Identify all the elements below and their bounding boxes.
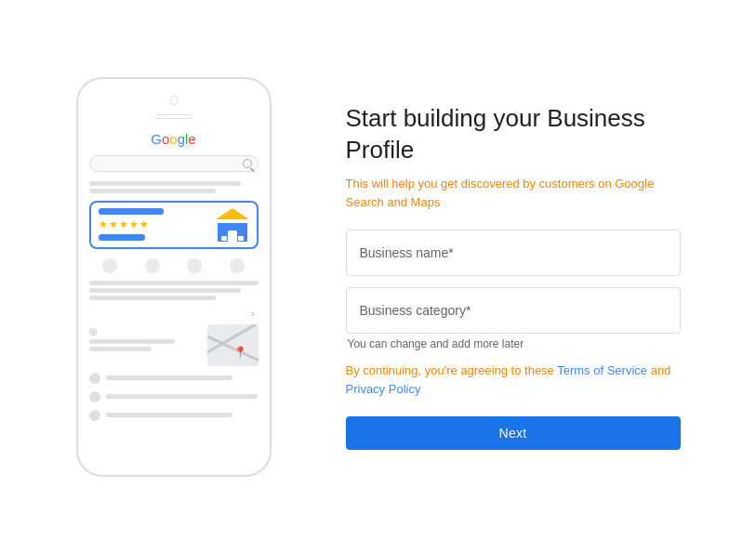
phone-arrow-row: ›: [89, 308, 259, 319]
business-name-input[interactable]: [346, 230, 681, 276]
page-container: Google ★ ★ ★ ★ ★: [0, 0, 756, 553]
business-card-left: ★ ★ ★ ★ ★: [99, 208, 164, 241]
star-3: ★: [119, 218, 128, 230]
page-subtitle: This will help you get discovered by cus…: [346, 175, 681, 211]
star-1: ★: [99, 218, 108, 230]
phone-action-icons: [89, 258, 259, 273]
store-window-right: [238, 236, 244, 241]
terms-text: By continuing, you're agreeing to these …: [346, 362, 681, 398]
action-icon-4: [230, 258, 245, 273]
category-hint: You can change and add more later: [346, 337, 681, 350]
phone-map: ◎ 📍: [89, 324, 259, 366]
google-logo: Google: [89, 132, 259, 146]
star-5: ★: [139, 218, 149, 230]
next-button[interactable]: Next: [346, 416, 681, 450]
store-door: [228, 230, 237, 242]
phone-hours-row: [89, 372, 259, 385]
phone-search-icon: [243, 159, 252, 168]
phone-camera: [169, 96, 179, 105]
business-detail-bar: [99, 234, 145, 241]
store-body: [218, 223, 247, 242]
action-icon-1: [102, 258, 117, 273]
globe-icon: [89, 410, 100, 421]
phone-map-left: ◎: [89, 324, 204, 366]
page-title: Start building your Business Profile: [346, 103, 681, 166]
privacy-policy-link[interactable]: Privacy Policy: [346, 382, 421, 396]
phone-web-row: [89, 409, 259, 422]
terms-prefix: By continuing, you're agreeing to these: [346, 363, 558, 377]
business-category-group: You can change and add more later: [346, 287, 681, 350]
business-name-group: [346, 230, 681, 276]
phone-map-right: 📍: [207, 324, 259, 366]
business-card-highlight: ★ ★ ★ ★ ★: [89, 201, 259, 249]
business-name-bar: [99, 208, 164, 215]
store-window-left: [221, 236, 227, 241]
star-2: ★: [109, 218, 118, 230]
phone-frame: Google ★ ★ ★ ★ ★: [76, 77, 272, 477]
store-roof: [216, 208, 249, 219]
map-marker-icon: 📍: [233, 346, 247, 359]
phone-arrow-icon: ›: [251, 308, 255, 319]
phone-speaker: [155, 114, 192, 119]
map-pin-icon: ◎: [89, 326, 204, 336]
phone-phone-row: [89, 390, 259, 403]
phone-icon: [89, 391, 100, 402]
action-icon-3: [187, 258, 202, 273]
phone-illustration: Google ★ ★ ★ ★ ★: [76, 77, 290, 477]
phone-search-bar: [89, 155, 259, 172]
action-icon-2: [145, 258, 160, 273]
phone-lines-2: [89, 281, 259, 300]
terms-mid: and: [647, 363, 670, 377]
terms-of-service-link[interactable]: Terms of Service: [557, 363, 647, 377]
right-content: Start building your Business Profile Thi…: [346, 103, 681, 451]
store-icon: [216, 208, 249, 242]
business-category-input[interactable]: [346, 287, 681, 334]
stars-row: ★ ★ ★ ★ ★: [99, 218, 164, 230]
phone-lines-1: [89, 181, 259, 193]
clock-icon: [89, 373, 100, 384]
star-4: ★: [129, 218, 139, 230]
